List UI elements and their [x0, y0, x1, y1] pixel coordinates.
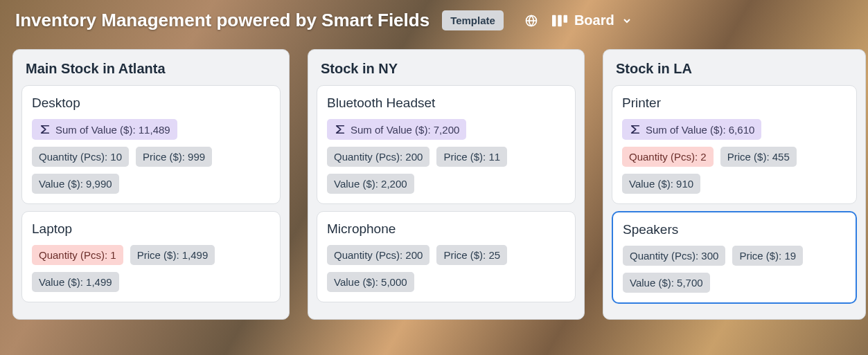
quantity-tag: Quantity (Pcs): 10 — [32, 147, 129, 167]
chevron-down-icon — [621, 15, 632, 26]
tag-row: Quantity (Pcs): 1Price ($): 1,499 — [32, 245, 270, 265]
quantity-tag: Quantity (Pcs): 200 — [327, 147, 429, 167]
card[interactable]: DesktopSum of Value ($): 11,489Quantity … — [21, 85, 281, 204]
card-title: Desktop — [32, 95, 270, 111]
board-icon — [552, 15, 567, 27]
price-tag: Price ($): 19 — [732, 246, 803, 266]
value-tag: Value ($): 2,200 — [327, 174, 414, 194]
tag-row: Quantity (Pcs): 2Price ($): 455 — [622, 147, 847, 167]
board-column: Stock in NYBluetooth HeadsetSum of Value… — [308, 49, 585, 320]
card[interactable]: SpeakersQuantity (Pcs): 300Price ($): 19… — [612, 211, 857, 304]
sum-label: Sum of Value ($): 7,200 — [351, 124, 459, 136]
template-badge[interactable]: Template — [442, 10, 504, 30]
quantity-tag: Quantity (Pcs): 300 — [623, 246, 725, 266]
value-tag: Value ($): 910 — [622, 174, 700, 194]
tag-row: Value ($): 5,700 — [623, 273, 846, 293]
sigma-icon — [334, 123, 346, 136]
card[interactable]: Bluetooth HeadsetSum of Value ($): 7,200… — [317, 85, 576, 204]
page-title: Inventory Management powered by Smart Fi… — [15, 10, 429, 31]
sum-tag: Sum of Value ($): 6,610 — [622, 119, 761, 140]
tag-row: Quantity (Pcs): 200Price ($): 11 — [327, 147, 565, 167]
sum-label: Sum of Value ($): 11,489 — [55, 124, 170, 136]
svg-rect-2 — [558, 15, 562, 26]
column-title: Main Stock in Atlanta — [21, 61, 281, 85]
tag-row: Quantity (Pcs): 300Price ($): 19 — [623, 246, 846, 266]
card[interactable]: PrinterSum of Value ($): 6,610Quantity (… — [612, 85, 857, 204]
price-tag: Price ($): 25 — [436, 245, 507, 265]
tag-row: Value ($): 9,990 — [32, 174, 270, 194]
board-columns: Main Stock in AtlantaDesktopSum of Value… — [0, 41, 868, 332]
card-title: Laptop — [32, 221, 270, 237]
tag-row: Value ($): 5,000 — [327, 272, 565, 292]
card-title: Bluetooth Headset — [327, 95, 565, 111]
price-tag: Price ($): 1,499 — [130, 245, 215, 265]
value-tag: Value ($): 5,000 — [327, 272, 414, 292]
view-switcher[interactable]: Board — [552, 12, 632, 28]
tag-row: Sum of Value ($): 11,489 — [32, 119, 270, 140]
price-tag: Price ($): 11 — [436, 147, 507, 167]
tag-row: Value ($): 1,499 — [32, 272, 270, 292]
tag-row: Sum of Value ($): 6,610 — [622, 119, 847, 140]
quantity-tag: Quantity (Pcs): 200 — [327, 245, 429, 265]
board-column: Stock in LAPrinterSum of Value ($): 6,61… — [603, 49, 866, 320]
view-label: Board — [574, 12, 614, 28]
card-title: Speakers — [623, 222, 846, 237]
value-tag: Value ($): 5,700 — [623, 273, 710, 293]
header-bar: Inventory Management powered by Smart Fi… — [0, 0, 868, 41]
board-column: Main Stock in AtlantaDesktopSum of Value… — [12, 49, 290, 320]
price-tag: Price ($): 455 — [720, 147, 797, 167]
tag-row: Quantity (Pcs): 200Price ($): 25 — [327, 245, 565, 265]
value-tag: Value ($): 9,990 — [32, 174, 119, 194]
card-title: Printer — [622, 95, 847, 111]
sum-label: Sum of Value ($): 6,610 — [646, 124, 754, 136]
header-icons: Board — [524, 12, 632, 28]
quantity-tag: Quantity (Pcs): 2 — [622, 147, 714, 167]
tag-row: Value ($): 910 — [622, 174, 847, 194]
value-tag: Value ($): 1,499 — [32, 272, 119, 292]
sum-tag: Sum of Value ($): 11,489 — [32, 119, 177, 140]
quantity-tag: Quantity (Pcs): 1 — [32, 245, 123, 265]
globe-icon[interactable] — [524, 14, 538, 28]
svg-rect-3 — [563, 15, 567, 22]
card[interactable]: LaptopQuantity (Pcs): 1Price ($): 1,499V… — [21, 211, 281, 302]
sigma-icon — [39, 123, 51, 136]
tag-row: Value ($): 2,200 — [327, 174, 565, 194]
column-title: Stock in NY — [317, 61, 576, 85]
tag-row: Sum of Value ($): 7,200 — [327, 119, 565, 140]
column-title: Stock in LA — [612, 61, 857, 85]
card[interactable]: MicrophoneQuantity (Pcs): 200Price ($): … — [317, 211, 576, 302]
sigma-icon — [629, 123, 641, 136]
price-tag: Price ($): 999 — [136, 147, 212, 167]
card-title: Microphone — [327, 221, 565, 237]
sum-tag: Sum of Value ($): 7,200 — [327, 119, 466, 140]
tag-row: Quantity (Pcs): 10Price ($): 999 — [32, 147, 270, 167]
svg-rect-1 — [552, 15, 556, 26]
